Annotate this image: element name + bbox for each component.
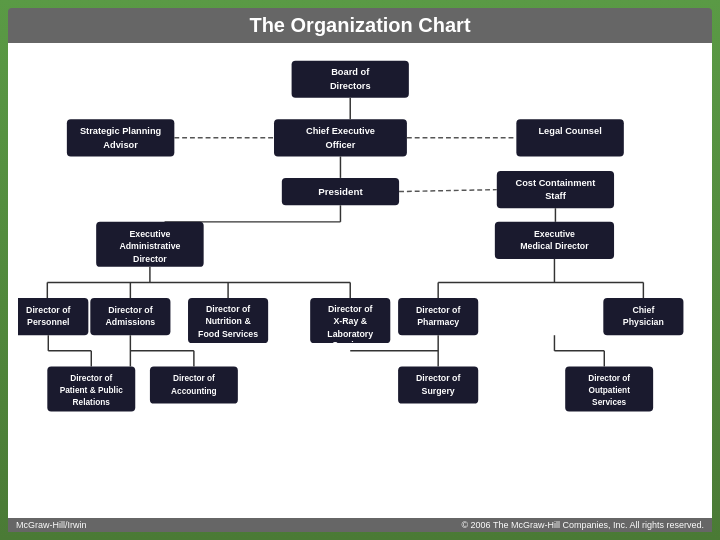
svg-text:Surgery: Surgery <box>422 386 455 396</box>
svg-text:Accounting: Accounting <box>171 386 217 396</box>
svg-rect-7 <box>67 119 174 156</box>
exec-admin-box: Executive Administrative Director <box>96 222 203 267</box>
svg-text:Outpatient: Outpatient <box>588 385 630 395</box>
title-bar: The Organization Chart <box>8 8 712 43</box>
svg-text:X-Ray &: X-Ray & <box>333 316 367 326</box>
svg-text:Director of: Director of <box>26 305 70 315</box>
svg-text:Strategic Planning: Strategic Planning <box>80 126 162 136</box>
svg-text:Patient & Public: Patient & Public <box>60 385 124 395</box>
svg-text:Officer: Officer <box>326 140 356 150</box>
svg-text:Director of: Director of <box>70 373 112 383</box>
svg-text:Cost Containment: Cost Containment <box>516 178 596 188</box>
svg-text:Executive: Executive <box>129 229 170 239</box>
org-chart-svg: .org-box rect { fill: #1a1a2e; rx: 4; ry… <box>18 51 702 510</box>
chart-area: .org-box rect { fill: #1a1a2e; rx: 4; ry… <box>8 43 712 518</box>
ceo-box: Chief Executive Officer <box>274 119 407 156</box>
svg-text:Food Services: Food Services <box>198 329 258 339</box>
svg-text:Staff: Staff <box>545 191 567 201</box>
cost-containment-box: Cost Containment Staff <box>497 171 614 208</box>
dir-pharmacy-box: Director of Pharmacy <box>398 298 478 335</box>
svg-rect-4 <box>274 119 407 156</box>
dir-xray-box: Director of X-Ray & Laboratory Services <box>310 298 390 350</box>
chief-physician-box: Chief Physician <box>603 298 683 335</box>
svg-text:Executive: Executive <box>534 229 575 239</box>
footer-left: McGraw-Hill/Irwin <box>16 520 87 530</box>
svg-text:Legal Counsel: Legal Counsel <box>538 126 601 136</box>
svg-text:Board of: Board of <box>331 67 370 77</box>
president-box: President <box>282 178 399 205</box>
footer-bar: McGraw-Hill/Irwin © 2006 The McGraw-Hill… <box>8 518 712 532</box>
chart-title: The Organization Chart <box>249 14 470 36</box>
dir-patient-box: Director of Patient & Public Relations <box>47 366 135 411</box>
svg-text:Director of: Director of <box>206 304 250 314</box>
dir-outpatient-box: Director of Outpatient Services <box>565 366 653 411</box>
dir-nutrition-box: Director of Nutrition & Food Services <box>188 298 268 343</box>
svg-text:Nutrition &: Nutrition & <box>205 316 251 326</box>
svg-text:Director of: Director of <box>416 305 460 315</box>
svg-text:President: President <box>318 186 363 197</box>
dir-surgery-box: Director of Surgery <box>398 366 478 403</box>
svg-text:Medical Director: Medical Director <box>520 241 589 251</box>
board-box: Board of Directors <box>292 61 409 98</box>
svg-text:Chief: Chief <box>632 305 654 315</box>
svg-text:Administrative: Administrative <box>119 241 180 251</box>
svg-text:Director of: Director of <box>173 373 215 383</box>
exec-medical-box: Executive Medical Director <box>495 222 614 259</box>
svg-text:Pharmacy: Pharmacy <box>417 317 459 327</box>
dir-accounting-box: Director of Accounting <box>150 366 238 403</box>
svg-text:Director: Director <box>133 254 167 264</box>
dir-admissions-box: Director of Admissions <box>90 298 170 335</box>
svg-text:Chief Executive: Chief Executive <box>306 126 375 136</box>
svg-text:Director of: Director of <box>588 373 630 383</box>
svg-text:Advisor: Advisor <box>103 140 138 150</box>
legal-box: Legal Counsel <box>516 119 623 156</box>
svg-rect-11 <box>516 119 623 156</box>
svg-rect-0 <box>292 61 409 98</box>
main-container: The Organization Chart .org-box rect { f… <box>0 0 720 540</box>
svg-text:Relations: Relations <box>73 397 111 407</box>
footer-right: © 2006 The McGraw-Hill Companies, Inc. A… <box>461 520 704 530</box>
svg-text:Director of: Director of <box>108 305 152 315</box>
svg-text:Laboratory: Laboratory <box>327 329 373 339</box>
svg-text:Directors: Directors <box>330 81 371 91</box>
svg-line-20 <box>399 190 497 192</box>
svg-text:Services: Services <box>592 397 627 407</box>
svg-text:Director of: Director of <box>328 304 372 314</box>
svg-text:Director of: Director of <box>416 373 460 383</box>
svg-rect-17 <box>497 171 614 208</box>
svg-text:Admissions: Admissions <box>105 317 155 327</box>
svg-text:Personnel: Personnel <box>27 317 69 327</box>
svg-text:Services: Services <box>332 340 368 350</box>
strategic-box: Strategic Planning Advisor <box>67 119 174 156</box>
dir-personnel-box: Director of Personnel <box>18 298 88 335</box>
svg-text:Physician: Physician <box>623 317 664 327</box>
